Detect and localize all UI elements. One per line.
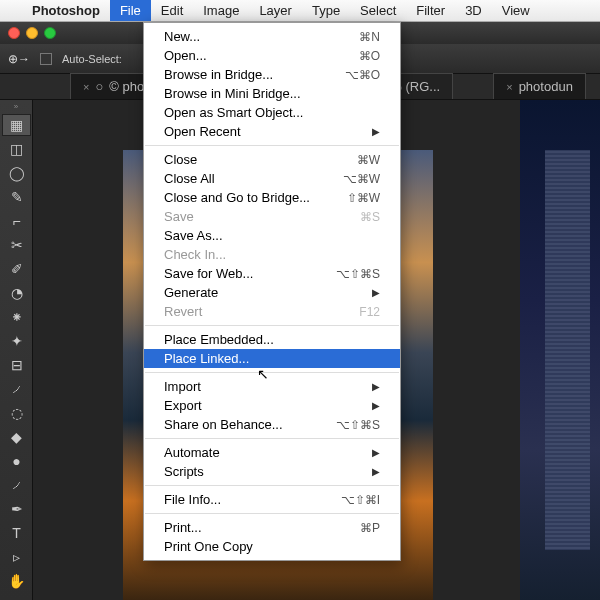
- menu-shortcut: F12: [359, 305, 380, 319]
- menu-item-browse-in-bridge[interactable]: Browse in Bridge...⌥⌘O: [144, 65, 400, 84]
- menu-item-close-and-go-to-bridge[interactable]: Close and Go to Bridge...⇧⌘W: [144, 188, 400, 207]
- menubar-type[interactable]: Type: [302, 0, 350, 21]
- autoselect-checkbox[interactable]: [40, 53, 52, 65]
- menu-separator: [145, 513, 399, 514]
- tool-button[interactable]: ◯: [2, 162, 31, 184]
- menu-item-label: Place Linked...: [164, 351, 249, 366]
- tool-button[interactable]: ⟋: [2, 474, 31, 496]
- menu-item-scripts[interactable]: Scripts▶: [144, 462, 400, 481]
- menu-item-label: File Info...: [164, 492, 221, 507]
- menu-item-share-on-behance[interactable]: Share on Behance...⌥⇧⌘S: [144, 415, 400, 434]
- tab-close-icon[interactable]: ×: [506, 81, 512, 93]
- menubar-layer[interactable]: Layer: [249, 0, 302, 21]
- menubar-file[interactable]: File: [110, 0, 151, 21]
- menu-item-print-one-copy[interactable]: Print One Copy: [144, 537, 400, 556]
- document-tab[interactable]: × photodun: [493, 73, 586, 99]
- menu-item-open[interactable]: Open...⌘O: [144, 46, 400, 65]
- tool-button[interactable]: ✂: [2, 234, 31, 256]
- menubar-3d[interactable]: 3D: [455, 0, 492, 21]
- menu-item-label: Save As...: [164, 228, 223, 243]
- menu-item-export[interactable]: Export▶: [144, 396, 400, 415]
- tool-button[interactable]: ⁕: [2, 306, 31, 328]
- menu-item-label: Open...: [164, 48, 207, 63]
- menu-item-automate[interactable]: Automate▶: [144, 443, 400, 462]
- menu-item-label: Browse in Bridge...: [164, 67, 273, 82]
- menu-separator: [145, 372, 399, 373]
- menu-item-save: Save⌘S: [144, 207, 400, 226]
- menu-item-browse-in-mini-bridge[interactable]: Browse in Mini Bridge...: [144, 84, 400, 103]
- menu-item-label: Print...: [164, 520, 202, 535]
- menu-item-save-as[interactable]: Save As...: [144, 226, 400, 245]
- tool-button[interactable]: ●: [2, 450, 31, 472]
- document-canvas-2[interactable]: [520, 100, 600, 600]
- menu-item-label: Place Embedded...: [164, 332, 274, 347]
- menu-item-label: Scripts: [164, 464, 204, 479]
- menu-item-close-all[interactable]: Close All⌥⌘W: [144, 169, 400, 188]
- tool-button[interactable]: ⊟: [2, 354, 31, 376]
- menu-item-label: Save: [164, 209, 194, 224]
- tool-button[interactable]: ◫: [2, 138, 31, 160]
- submenu-arrow-icon: ▶: [372, 126, 380, 137]
- menu-item-label: New...: [164, 29, 200, 44]
- menu-shortcut: ⇧⌘W: [347, 191, 380, 205]
- menubar-filter[interactable]: Filter: [406, 0, 455, 21]
- tool-button[interactable]: ✎: [2, 186, 31, 208]
- menu-shortcut: ⌘O: [359, 49, 380, 63]
- menu-item-label: Automate: [164, 445, 220, 460]
- menubar-edit[interactable]: Edit: [151, 0, 193, 21]
- menu-item-label: Open as Smart Object...: [164, 105, 303, 120]
- menu-item-label: Close and Go to Bridge...: [164, 190, 310, 205]
- menu-item-new[interactable]: New...⌘N: [144, 27, 400, 46]
- tool-button[interactable]: ✋: [2, 570, 31, 592]
- menu-shortcut: ⌥⌘W: [343, 172, 380, 186]
- menubar-view[interactable]: View: [492, 0, 540, 21]
- tool-button[interactable]: ⌐: [2, 210, 31, 232]
- menu-item-open-as-smart-object[interactable]: Open as Smart Object...: [144, 103, 400, 122]
- tool-button[interactable]: ◆: [2, 426, 31, 448]
- menu-separator: [145, 485, 399, 486]
- tool-button[interactable]: ✦: [2, 330, 31, 352]
- menu-item-label: Close All: [164, 171, 215, 186]
- menu-item-generate[interactable]: Generate▶: [144, 283, 400, 302]
- menu-item-close[interactable]: Close⌘W: [144, 150, 400, 169]
- menu-shortcut: ⌘N: [359, 30, 380, 44]
- menubar-app[interactable]: Photoshop: [22, 0, 110, 21]
- tab-close-icon[interactable]: ×: [83, 81, 89, 93]
- menu-item-place-embedded[interactable]: Place Embedded...: [144, 330, 400, 349]
- tool-button[interactable]: T: [2, 522, 31, 544]
- tool-button[interactable]: ✒: [2, 498, 31, 520]
- menu-item-open-recent[interactable]: Open Recent▶: [144, 122, 400, 141]
- tab-unsaved-icon: ○: [95, 79, 103, 94]
- menu-item-print[interactable]: Print...⌘P: [144, 518, 400, 537]
- menu-item-label: Close: [164, 152, 197, 167]
- menu-item-revert: RevertF12: [144, 302, 400, 321]
- menu-item-save-for-web[interactable]: Save for Web...⌥⇧⌘S: [144, 264, 400, 283]
- menubar-image[interactable]: Image: [193, 0, 249, 21]
- tool-button[interactable]: ▹: [2, 546, 31, 568]
- menu-item-place-linked[interactable]: Place Linked...: [144, 349, 400, 368]
- submenu-arrow-icon: ▶: [372, 287, 380, 298]
- panel-toggle-icon[interactable]: »: [0, 102, 32, 112]
- tool-button[interactable]: ⟋: [2, 378, 31, 400]
- submenu-arrow-icon: ▶: [372, 400, 380, 411]
- submenu-arrow-icon: ▶: [372, 466, 380, 477]
- tool-button[interactable]: ✐: [2, 258, 31, 280]
- menu-item-import[interactable]: Import▶: [144, 377, 400, 396]
- submenu-arrow-icon: ▶: [372, 447, 380, 458]
- autoselect-label: Auto-Select:: [62, 53, 122, 65]
- move-tool-icon[interactable]: ⊕→: [8, 52, 30, 66]
- tool-button[interactable]: ▦: [2, 114, 31, 136]
- mac-menubar: Photoshop File Edit Image Layer Type Sel…: [0, 0, 600, 22]
- menu-item-file-info[interactable]: File Info...⌥⇧⌘I: [144, 490, 400, 509]
- tool-button[interactable]: ◔: [2, 282, 31, 304]
- tool-button[interactable]: ◌: [2, 402, 31, 424]
- menu-shortcut: ⌘P: [360, 521, 380, 535]
- menu-shortcut: ⌥⇧⌘S: [336, 418, 380, 432]
- menu-item-label: Generate: [164, 285, 218, 300]
- menu-item-label: Export: [164, 398, 202, 413]
- menu-separator: [145, 438, 399, 439]
- submenu-arrow-icon: ▶: [372, 381, 380, 392]
- menu-item-label: Save for Web...: [164, 266, 253, 281]
- menubar-select[interactable]: Select: [350, 0, 406, 21]
- menu-shortcut: ⌘S: [360, 210, 380, 224]
